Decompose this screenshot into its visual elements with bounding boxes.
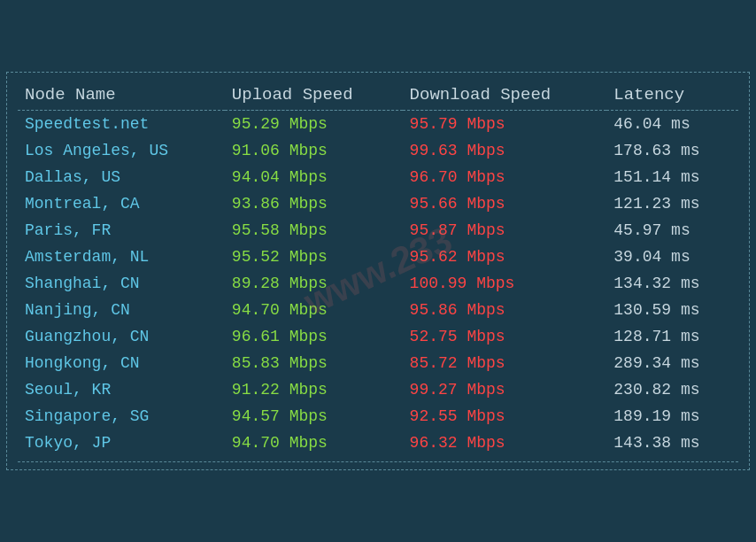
cell-latency: 130.59 ms xyxy=(606,297,738,323)
cell-latency: 230.82 ms xyxy=(606,376,738,403)
table-row: Los Angeles, US91.06 Mbps99.63 Mbps178.6… xyxy=(18,137,738,164)
cell-download: 100.99 Mbps xyxy=(403,270,607,297)
table-row: Amsterdam, NL95.52 Mbps95.62 Mbps39.04 m… xyxy=(18,244,738,270)
cell-node: Hongkong, CN xyxy=(18,350,225,376)
table-row: Seoul, KR91.22 Mbps99.27 Mbps230.82 ms xyxy=(18,376,738,403)
cell-upload: 94.04 Mbps xyxy=(225,164,403,190)
cell-latency: 151.14 ms xyxy=(606,164,738,190)
cell-node: Seoul, KR xyxy=(18,376,225,403)
cell-download: 96.32 Mbps xyxy=(403,430,607,456)
cell-node: Dallas, US xyxy=(18,164,225,190)
col-header-node: Node Name xyxy=(18,80,225,111)
cell-download: 85.72 Mbps xyxy=(403,350,607,376)
cell-upload: 94.70 Mbps xyxy=(225,297,403,323)
table-row: Hongkong, CN85.83 Mbps85.72 Mbps289.34 m… xyxy=(18,350,738,376)
cell-latency: 39.04 ms xyxy=(606,244,738,270)
cell-download: 96.70 Mbps xyxy=(403,164,607,190)
cell-download: 95.79 Mbps xyxy=(403,111,607,138)
bottom-divider xyxy=(18,461,738,462)
table-row: Montreal, CA93.86 Mbps95.66 Mbps121.23 m… xyxy=(18,190,738,217)
cell-download: 52.75 Mbps xyxy=(403,323,607,350)
cell-upload: 89.28 Mbps xyxy=(225,270,403,297)
cell-upload: 85.83 Mbps xyxy=(225,350,403,376)
col-header-download: Download Speed xyxy=(403,80,607,111)
cell-download: 95.86 Mbps xyxy=(403,297,607,323)
cell-upload: 95.52 Mbps xyxy=(225,244,403,270)
cell-download: 99.63 Mbps xyxy=(403,137,607,164)
table-row: Dallas, US94.04 Mbps96.70 Mbps151.14 ms xyxy=(18,164,738,190)
cell-upload: 95.29 Mbps xyxy=(225,111,403,138)
cell-download: 99.27 Mbps xyxy=(403,376,607,403)
cell-node: Nanjing, CN xyxy=(18,297,225,323)
col-header-upload: Upload Speed xyxy=(225,80,403,111)
cell-upload: 94.70 Mbps xyxy=(225,430,403,456)
cell-latency: 128.71 ms xyxy=(606,323,738,350)
main-container: www.233 Node Name Upload Speed Download … xyxy=(6,72,750,470)
cell-download: 95.62 Mbps xyxy=(403,244,607,270)
cell-upload: 91.06 Mbps xyxy=(225,137,403,164)
cell-download: 95.66 Mbps xyxy=(403,190,607,217)
table-row: Singapore, SG94.57 Mbps92.55 Mbps189.19 … xyxy=(18,403,738,430)
table-row: Tokyo, JP94.70 Mbps96.32 Mbps143.38 ms xyxy=(18,430,738,456)
cell-latency: 143.38 ms xyxy=(606,430,738,456)
cell-node: Singapore, SG xyxy=(18,403,225,430)
cell-latency: 189.19 ms xyxy=(606,403,738,430)
cell-latency: 289.34 ms xyxy=(606,350,738,376)
cell-node: Los Angeles, US xyxy=(18,137,225,164)
cell-node: Shanghai, CN xyxy=(18,270,225,297)
cell-download: 95.87 Mbps xyxy=(403,217,607,244)
table-row: Speedtest.net95.29 Mbps95.79 Mbps46.04 m… xyxy=(18,111,738,138)
cell-node: Speedtest.net xyxy=(18,111,225,138)
col-header-latency: Latency xyxy=(606,80,738,111)
table-header-row: Node Name Upload Speed Download Speed La… xyxy=(18,80,738,111)
cell-download: 92.55 Mbps xyxy=(403,403,607,430)
cell-latency: 134.32 ms xyxy=(606,270,738,297)
table-row: Nanjing, CN94.70 Mbps95.86 Mbps130.59 ms xyxy=(18,297,738,323)
speed-table: Node Name Upload Speed Download Speed La… xyxy=(18,80,738,456)
table-row: Paris, FR95.58 Mbps95.87 Mbps45.97 ms xyxy=(18,217,738,244)
table-row: Shanghai, CN89.28 Mbps100.99 Mbps134.32 … xyxy=(18,270,738,297)
cell-upload: 96.61 Mbps xyxy=(225,323,403,350)
cell-latency: 121.23 ms xyxy=(606,190,738,217)
cell-node: Amsterdam, NL xyxy=(18,244,225,270)
cell-latency: 45.97 ms xyxy=(606,217,738,244)
cell-node: Guangzhou, CN xyxy=(18,323,225,350)
cell-node: Paris, FR xyxy=(18,217,225,244)
cell-upload: 93.86 Mbps xyxy=(225,190,403,217)
table-row: Guangzhou, CN96.61 Mbps52.75 Mbps128.71 … xyxy=(18,323,738,350)
cell-node: Tokyo, JP xyxy=(18,430,225,456)
cell-node: Montreal, CA xyxy=(18,190,225,217)
cell-latency: 46.04 ms xyxy=(606,111,738,138)
cell-upload: 91.22 Mbps xyxy=(225,376,403,403)
cell-upload: 94.57 Mbps xyxy=(225,403,403,430)
cell-upload: 95.58 Mbps xyxy=(225,217,403,244)
cell-latency: 178.63 ms xyxy=(606,137,738,164)
